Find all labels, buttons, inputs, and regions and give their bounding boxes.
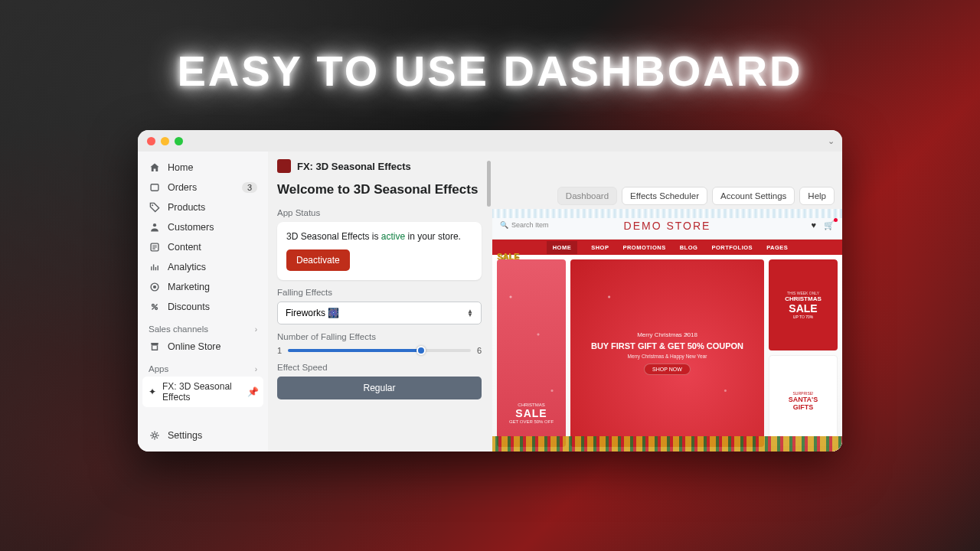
center-line3: Merry Christmas & Happy New Year xyxy=(627,354,707,359)
left-christmas: CHRISTMAS xyxy=(497,403,566,407)
sidebar-item-label: Marketing xyxy=(168,282,210,292)
app-logo-icon xyxy=(277,159,291,173)
marketing-icon xyxy=(149,281,161,293)
analytics-icon xyxy=(149,261,161,273)
preview-nav: HOME SHOP PROMOTIONS BLOG PORTFOLIOS PAG… xyxy=(492,240,842,255)
discount-icon xyxy=(149,301,161,313)
sidebar-item-orders[interactable]: Orders 3 xyxy=(142,178,263,197)
fx-app-icon: ✦ xyxy=(149,386,156,397)
svg-rect-0 xyxy=(151,184,158,191)
nav-shop[interactable]: SHOP xyxy=(591,244,609,251)
sidebar-item-label: Products xyxy=(168,202,205,213)
window-titlebar: ⌄ xyxy=(138,130,842,152)
content-icon xyxy=(149,241,161,253)
sidebar-item-online-store[interactable]: Online Store xyxy=(142,337,263,357)
status-suffix: in your store. xyxy=(405,231,461,242)
icicles-decoration xyxy=(492,209,842,218)
speed-label: Effect Speed xyxy=(277,363,482,372)
r2-t3: GIFTS xyxy=(793,403,814,411)
sidebar-item-label: Discounts xyxy=(168,302,210,312)
nav-portfolios[interactable]: PORTFOLIOS xyxy=(711,244,753,251)
svg-point-7 xyxy=(155,308,158,310)
pin-icon[interactable]: 📌 xyxy=(247,386,259,397)
cart-icon[interactable]: 🛒 xyxy=(824,220,835,230)
app-status-card: 3D Seasonal Effects is active in your st… xyxy=(277,222,482,280)
slider-thumb[interactable] xyxy=(416,346,426,355)
garland-decoration xyxy=(492,436,842,452)
status-text: 3D Seasonal Effects is active in your st… xyxy=(286,231,472,242)
chevron-down-icon[interactable]: ⌄ xyxy=(828,136,835,146)
svg-point-4 xyxy=(153,285,156,289)
tab-effects-scheduler[interactable]: Effects Scheduler xyxy=(622,187,707,205)
gear-icon xyxy=(149,429,161,442)
speed-button[interactable]: Regular xyxy=(277,377,482,399)
select-arrows-icon: ▲▼ xyxy=(467,309,473,317)
center-line1: Merry Christmas 2018 xyxy=(637,331,697,338)
preview-header: 🔍 Search Item DEMO STORE ♥ 🛒 xyxy=(492,209,842,240)
nav-promotions[interactable]: PROMOTIONS xyxy=(622,244,665,251)
r1-t2: CHRISTMAS xyxy=(785,295,822,302)
sidebar-item-analytics[interactable]: Analytics xyxy=(142,257,263,277)
slider-max: 6 xyxy=(477,346,482,355)
sidebar-item-discounts[interactable]: Discounts xyxy=(142,297,263,317)
tab-help[interactable]: Help xyxy=(799,187,835,205)
sidebar-item-label: Content xyxy=(168,242,201,253)
main-right: Dashboard Effects Scheduler Account Sett… xyxy=(492,152,842,452)
scrollbar[interactable] xyxy=(487,161,491,207)
sidebar-item-products[interactable]: Products xyxy=(142,197,263,217)
sidebar-item-customers[interactable]: Customers xyxy=(142,217,263,237)
svg-point-2 xyxy=(153,223,156,227)
user-icon xyxy=(149,221,161,233)
sidebar-item-label: FX: 3D Seasonal Effects xyxy=(162,381,257,403)
deactivate-button[interactable]: Deactivate xyxy=(286,249,350,271)
r1-t1: THIS WEEK ONLY xyxy=(787,291,819,295)
count-slider[interactable] xyxy=(288,349,471,352)
chevron-right-icon[interactable]: › xyxy=(255,365,257,373)
preview-header-icons: ♥ 🛒 xyxy=(811,220,835,230)
home-icon xyxy=(149,161,161,174)
close-icon[interactable] xyxy=(147,137,155,145)
chevron-right-icon[interactable]: › xyxy=(255,325,257,334)
nav-blog[interactable]: BLOG xyxy=(680,244,698,251)
nav-pages[interactable]: PAGES xyxy=(766,244,788,251)
sidebar-item-marketing[interactable]: Marketing xyxy=(142,277,263,297)
tag-icon xyxy=(149,201,161,214)
right-sale-card: THIS WEEK ONLY CHRISTMAS SALE UP TO 70% xyxy=(769,259,838,350)
svg-point-1 xyxy=(152,204,153,206)
preview-left-panel: CHRISTMAS SALE GET OVER 50% OFF xyxy=(497,259,566,447)
nav-home[interactable]: HOME xyxy=(547,241,578,254)
falling-effects-select[interactable]: Fireworks 🎆 ▲▼ xyxy=(277,302,482,324)
falling-effects-label: Falling Effects xyxy=(277,288,482,297)
orders-badge: 3 xyxy=(242,182,257,193)
heart-icon[interactable]: ♥ xyxy=(811,220,816,230)
sidebar-item-label: Online Store xyxy=(168,341,220,352)
left-sale: SALE xyxy=(497,407,566,419)
tab-dashboard[interactable]: Dashboard xyxy=(557,187,617,205)
svg-point-6 xyxy=(152,305,155,307)
status-active-word: active xyxy=(381,231,405,242)
select-value: Fireworks 🎆 xyxy=(286,308,339,318)
sidebar-item-content[interactable]: Content xyxy=(142,237,263,257)
store-icon xyxy=(149,341,161,353)
section-apps: Apps › xyxy=(142,357,263,377)
sidebar: Home Orders 3 Products Customers Content xyxy=(138,152,268,452)
section-sales-channels: Sales channels › xyxy=(142,317,263,337)
maximize-icon[interactable] xyxy=(175,137,183,145)
sidebar-item-home[interactable]: Home xyxy=(142,158,263,178)
status-prefix: 3D Seasonal Effects is xyxy=(286,231,381,242)
r1-t4: UP TO 70% xyxy=(793,315,813,319)
store-name: DEMO STORE xyxy=(492,220,842,232)
preview-right-panel: THIS WEEK ONLY CHRISTMAS SALE UP TO 70% … xyxy=(769,259,838,447)
right-santa-card: SURPRISE! SANTA'S GIFTS xyxy=(769,355,838,448)
tab-account-settings[interactable]: Account Settings xyxy=(712,187,795,205)
svg-point-8 xyxy=(153,434,156,437)
minimize-icon[interactable] xyxy=(161,137,169,145)
controls-panel: FX: 3D Seasonal Effects Welcome to 3D Se… xyxy=(268,152,492,452)
sidebar-item-settings[interactable]: Settings xyxy=(142,425,263,445)
page-title: Welcome to 3D Seasonal Effects xyxy=(277,182,482,197)
sidebar-item-app-fx[interactable]: ✦ FX: 3D Seasonal Effects 📌 xyxy=(142,377,263,407)
tabs-bar: Dashboard Effects Scheduler Account Sett… xyxy=(557,187,835,205)
r1-t3: SALE xyxy=(789,302,817,315)
store-preview: 🔍 Search Item DEMO STORE ♥ 🛒 HOME SHOP P… xyxy=(492,209,842,452)
sidebar-item-label: Analytics xyxy=(168,262,206,272)
